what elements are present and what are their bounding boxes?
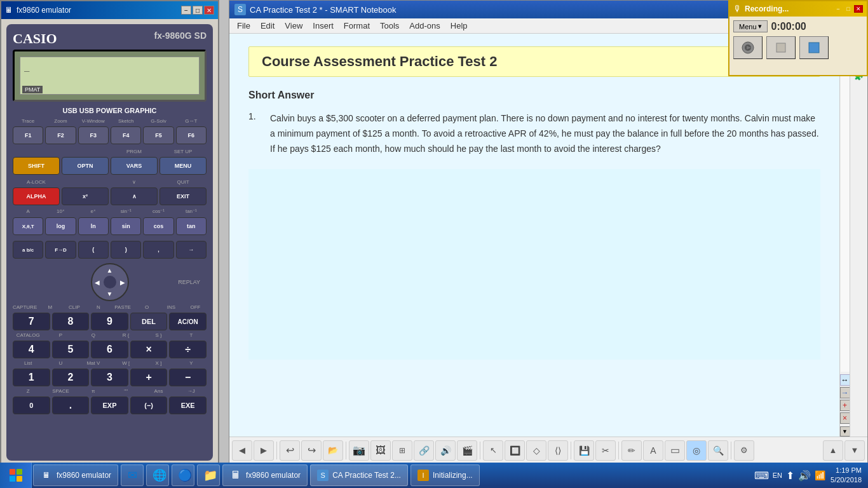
audio-btn[interactable]: 🔊 <box>435 440 456 461</box>
f2-key[interactable]: F2 <box>45 126 76 144</box>
menu-view[interactable]: View <box>280 20 308 32</box>
calc-maximize-btn[interactable]: □ <box>193 6 203 15</box>
del-key[interactable]: DEL <box>130 313 168 330</box>
recording-menu-btn[interactable]: Menu ▾ <box>733 20 768 32</box>
menu-key[interactable]: MENU <box>159 157 207 175</box>
image-btn[interactable]: 🖼 <box>370 440 391 461</box>
zero-key[interactable]: 0 <box>13 396 50 414</box>
five-key[interactable]: 5 <box>52 341 90 358</box>
eraser-btn[interactable]: ◇ <box>526 440 546 461</box>
f5-key[interactable]: F5 <box>143 126 173 144</box>
menu-edit[interactable]: Edit <box>255 20 280 32</box>
seven-key[interactable]: 7 <box>13 313 50 330</box>
up-key[interactable]: ∧ <box>111 187 158 205</box>
three-key[interactable]: 3 <box>91 369 128 386</box>
sin-key[interactable]: sin <box>111 217 141 235</box>
comma-key[interactable]: , <box>143 241 173 259</box>
open-btn[interactable]: 📂 <box>323 440 343 461</box>
start-button[interactable] <box>0 463 32 488</box>
recording-close-btn[interactable]: ✕ <box>854 5 863 13</box>
ac-key[interactable]: AC/ON <box>169 313 207 330</box>
undo-btn[interactable]: ↩ <box>280 440 300 461</box>
dot-key[interactable]: . <box>52 396 90 414</box>
circle-btn[interactable]: ◎ <box>686 440 707 461</box>
rparen-key[interactable]: ) <box>111 241 141 259</box>
lparen-key[interactable]: ( <box>78 241 109 259</box>
neg-key[interactable]: (−) <box>130 396 168 414</box>
taskbar-ie[interactable]: 🌐 <box>146 464 169 486</box>
f3-key[interactable]: F3 <box>78 126 109 144</box>
scroll-arrow2[interactable]: → <box>840 387 850 398</box>
recording-stop-btn[interactable] <box>799 36 829 59</box>
menu-file[interactable]: File <box>232 20 255 32</box>
scroll-arrow3[interactable]: + <box>840 400 850 411</box>
link-btn[interactable]: 🔗 <box>414 440 434 461</box>
menu-tools[interactable]: Tools <box>375 20 404 32</box>
menu-format[interactable]: Format <box>339 20 375 32</box>
two-key[interactable]: 2 <box>52 369 90 386</box>
shape-btn[interactable]: ▭ <box>665 440 685 461</box>
optn-key[interactable]: OPTN <box>62 157 109 175</box>
calc-close-btn[interactable]: ✕ <box>204 6 214 15</box>
taskbar-init[interactable]: I Initializing... <box>410 464 480 486</box>
divide-key[interactable]: ÷ <box>169 341 207 358</box>
taskbar-outlook[interactable]: ✉ <box>121 464 144 486</box>
tan-key[interactable]: tan <box>176 217 207 235</box>
table-btn[interactable]: ⊞ <box>392 440 412 461</box>
f4-key[interactable]: F4 <box>111 126 141 144</box>
text-btn[interactable]: A <box>643 440 663 461</box>
f6-key[interactable]: F6 <box>176 126 207 144</box>
exp-key[interactable]: EXP <box>91 396 128 414</box>
cos-key[interactable]: cos <box>143 217 173 235</box>
eight-key[interactable]: 8 <box>52 313 90 330</box>
scroll-up2-btn[interactable]: ▲ <box>823 440 843 461</box>
video-btn[interactable]: 🎬 <box>457 440 477 461</box>
six-key[interactable]: 6 <box>91 341 128 358</box>
redo-btn[interactable]: ↪ <box>301 440 322 461</box>
pen-btn[interactable]: ✏ <box>621 440 642 461</box>
taskbar-calc[interactable]: 🖩 fx9860 emulator <box>33 464 118 486</box>
taskbar-smart[interactable]: S CA Practice Test 2... <box>310 464 408 486</box>
taskbar-chrome[interactable]: 🔵 <box>172 464 194 486</box>
times-key[interactable]: × <box>130 341 168 358</box>
ln-key[interactable]: ln <box>78 217 109 235</box>
nav-prev-btn[interactable]: ◀ <box>232 440 252 461</box>
answer-area[interactable] <box>248 169 820 360</box>
recording-minimize-btn[interactable]: − <box>834 5 843 13</box>
x2-key[interactable]: x² <box>62 187 109 205</box>
nine-key[interactable]: 9 <box>91 313 128 330</box>
minus-key[interactable]: − <box>169 369 207 386</box>
calc-minimize-btn[interactable]: − <box>181 6 191 15</box>
lasso-btn[interactable]: 🔲 <box>505 440 525 461</box>
abc-key[interactable]: a b/c <box>13 241 43 259</box>
fd-key[interactable]: F→D <box>45 241 76 259</box>
plus-key[interactable]: + <box>130 369 168 386</box>
scroll-arrow4[interactable]: × <box>840 412 850 424</box>
recording-pause-btn[interactable] <box>766 36 796 59</box>
scroll-arrow1[interactable]: ↔ <box>840 374 850 386</box>
f1-key[interactable]: F1 <box>13 126 43 144</box>
exe-key[interactable]: EXE <box>169 396 207 414</box>
exit-key[interactable]: EXIT <box>159 187 207 205</box>
cursor-btn[interactable]: ↖ <box>483 440 503 461</box>
menu-insert[interactable]: Insert <box>308 20 339 32</box>
settings-bottom-btn[interactable]: ⚙ <box>734 440 754 461</box>
taskbar-explorer[interactable]: 📁 <box>197 464 220 486</box>
recording-restore-btn[interactable]: □ <box>844 5 853 13</box>
delete2-btn[interactable]: ⟨⟩ <box>548 440 568 461</box>
vars-key[interactable]: VARS <box>111 157 158 175</box>
four-key[interactable]: 4 <box>13 341 50 358</box>
recording-record-btn[interactable] <box>733 36 763 59</box>
xthetat-key[interactable]: X,θ,T <box>13 217 43 235</box>
scroll-down2-btn[interactable]: ▼ <box>844 440 865 461</box>
delete3-btn[interactable]: ✂ <box>595 440 616 461</box>
save2-btn[interactable]: 💾 <box>574 440 594 461</box>
taskbar-calc2[interactable]: 🖩 fx9860 emulator <box>222 464 308 486</box>
shift-key[interactable]: SHIFT <box>13 157 60 175</box>
nav-next-btn[interactable]: ▶ <box>254 440 274 461</box>
menu-addons[interactable]: Add-ons <box>404 20 445 32</box>
rightarrow-key[interactable]: → <box>176 241 207 259</box>
menu-help[interactable]: Help <box>445 20 473 32</box>
scroll-down-btn[interactable]: ▼ <box>840 426 850 437</box>
camera-btn[interactable]: 📷 <box>349 440 369 461</box>
